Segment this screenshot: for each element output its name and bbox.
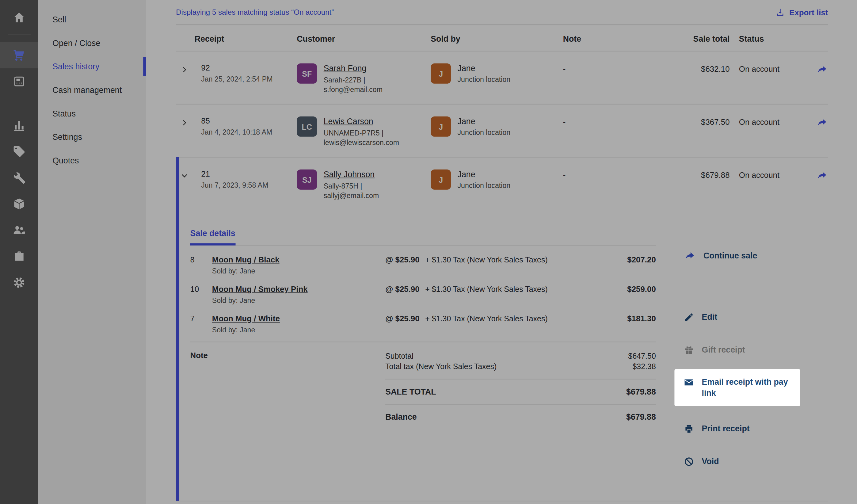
print-receipt-label: Print receipt (702, 423, 750, 434)
export-list-label: Export list (789, 8, 828, 17)
chevron-right-icon[interactable] (176, 64, 188, 73)
nav-item-sell[interactable]: Sell (38, 8, 146, 31)
item-tax: + $1.30 Tax (New York Sales Taxes) (425, 314, 605, 323)
nav-item-quotes[interactable]: Quotes (38, 149, 146, 172)
nav-item-settings[interactable]: Settings (38, 125, 146, 149)
receipt-number: 92 (188, 64, 297, 72)
subtotal-value: $647.50 (628, 351, 656, 362)
col-header-note: Note (563, 34, 646, 43)
chart-icon[interactable] (0, 112, 38, 138)
status-cell: On account (730, 64, 805, 73)
sold-by-name: Jane (458, 117, 511, 126)
avatar-initials: SF (302, 69, 312, 78)
item-link[interactable]: Moon Mug / White (212, 314, 280, 323)
details-tab-bar: Sale details (190, 229, 656, 245)
edit-button[interactable]: Edit (682, 312, 814, 322)
balance-value: $679.88 (626, 412, 656, 422)
item-qty: 7 (190, 314, 212, 323)
receipt-cell: 92 Jan 25, 2024, 2:54 PM (188, 64, 297, 83)
sale-total-cell: $367.50 (646, 117, 730, 126)
box-icon[interactable] (0, 191, 38, 217)
cart-icon[interactable] (0, 42, 38, 68)
table-row[interactable]: 85 Jan 4, 2024, 10:18 AM LC Lewis Carson… (176, 104, 828, 157)
email-receipt-pay-link-button[interactable]: Email receipt with pay link (674, 369, 800, 406)
balance-row: Balance $679.88 (385, 404, 656, 422)
tag-icon[interactable] (0, 138, 38, 165)
nav-item-open-close[interactable]: Open / Close (38, 31, 146, 55)
print-receipt-button[interactable]: Print receipt (682, 423, 814, 434)
customer-link[interactable]: Lewis Carson (324, 117, 373, 126)
sale-total-cell: $632.10 (646, 64, 730, 73)
item-sold-by: Sold by: Jane (212, 267, 656, 275)
chevron-right-icon[interactable] (176, 117, 188, 126)
nav-label: Quotes (52, 156, 79, 165)
avatar-initials: LC (302, 122, 312, 131)
note-cell: - (563, 117, 646, 126)
table-row[interactable]: 11 SJ Sally Johnson J Jane - $66.67 On a… (176, 501, 828, 504)
tax-label: Total tax (New York Sales Taxes) (385, 362, 497, 372)
col-header-sale-total: Sale total (646, 34, 730, 43)
continue-sale-arrow-icon[interactable] (805, 117, 828, 129)
avatar-initials: J (439, 69, 443, 78)
note-cell: - (563, 170, 646, 179)
continue-sale-button[interactable]: Continue sale (682, 250, 814, 262)
tax-row: Total tax (New York Sales Taxes) $32.38 (385, 362, 656, 372)
active-nav-indicator (143, 57, 146, 76)
sale-actions: Continue sale Edit Gift receipt Ema (682, 229, 814, 467)
share-arrow-icon (684, 250, 696, 262)
stage: Sell Open / Close Sales history Cash man… (0, 0, 857, 504)
line-item: 10 Moon Mug / Smokey Pink @ $25.90 + $1.… (190, 284, 656, 304)
sale-total-cell: $679.88 (646, 170, 730, 179)
tab-sale-details[interactable]: Sale details (190, 229, 235, 245)
receipt-number: 21 (188, 170, 297, 179)
item-total: $181.30 (606, 314, 656, 323)
nav-label: Open / Close (52, 38, 100, 48)
users-icon[interactable] (0, 217, 38, 243)
item-link[interactable]: Moon Mug / Black (212, 255, 280, 264)
sale-total-value: $679.88 (626, 387, 656, 397)
avatar: SF (297, 64, 317, 84)
note-label: Note (190, 351, 386, 422)
nav-item-status[interactable]: Status (38, 102, 146, 125)
export-list-button[interactable]: Export list (775, 8, 828, 17)
receipt-cell: 21 Jun 7, 2023, 9:58 AM (188, 170, 297, 189)
sale-details-panel: Sale details 8 Moon Mug / Black @ $25.90… (176, 210, 828, 501)
table-row[interactable]: 92 Jan 25, 2024, 2:54 PM SF Sarah Fong S… (176, 51, 828, 104)
subtotal-label: Subtotal (385, 351, 414, 362)
line-item: 8 Moon Mug / Black @ $25.90 + $1.30 Tax … (190, 255, 656, 275)
wrench-icon[interactable] (0, 165, 38, 191)
item-unit-price: @ $25.90 (385, 255, 425, 264)
continue-sale-arrow-icon[interactable] (805, 64, 828, 75)
void-button[interactable]: Void (682, 456, 814, 467)
nav-label: Status (52, 109, 76, 118)
customer-link[interactable]: Sarah Fong (324, 64, 367, 73)
customer-cell: SJ Sally Johnson Sally-875H | sallyj@ema… (297, 170, 431, 200)
receipt-date: Jan 25, 2024, 2:54 PM (188, 75, 297, 83)
receipt-date: Jan 4, 2024, 10:18 AM (188, 128, 297, 136)
home-icon[interactable] (0, 4, 38, 31)
item-total: $259.00 (606, 285, 656, 294)
item-qty: 8 (190, 255, 212, 264)
avatar: J (431, 64, 451, 84)
avatar-initials: SJ (302, 175, 312, 184)
sold-by-location: Junction location (458, 128, 511, 137)
subtotal-row: Subtotal $647.50 (385, 351, 656, 362)
register-icon[interactable] (0, 68, 38, 95)
item-link[interactable]: Moon Mug / Smokey Pink (212, 285, 308, 294)
customer-detail: Sarah-227B | s.fong@email.com (324, 75, 414, 94)
void-icon (684, 456, 694, 467)
briefcase-icon[interactable] (0, 243, 38, 270)
results-topbar: Displaying 5 sales matching status “On a… (146, 0, 857, 24)
gear-icon[interactable] (0, 269, 38, 296)
continue-sale-arrow-icon[interactable] (805, 170, 828, 182)
item-sold-by: Sold by: Jane (212, 326, 656, 334)
table-row-expanded[interactable]: 21 Jun 7, 2023, 9:58 AM SJ Sally Johnson… (176, 157, 828, 210)
nav-item-sales-history[interactable]: Sales history (38, 54, 146, 78)
avatar-initials: J (439, 175, 443, 184)
customer-link[interactable]: Sally Johnson (324, 170, 375, 179)
balance-label: Balance (385, 412, 417, 422)
app-root: Sell Open / Close Sales history Cash man… (0, 0, 857, 504)
gift-receipt-button[interactable]: Gift receipt (682, 344, 814, 355)
nav-item-cash-management[interactable]: Cash management (38, 78, 146, 102)
continue-sale-label: Continue sale (703, 250, 757, 262)
